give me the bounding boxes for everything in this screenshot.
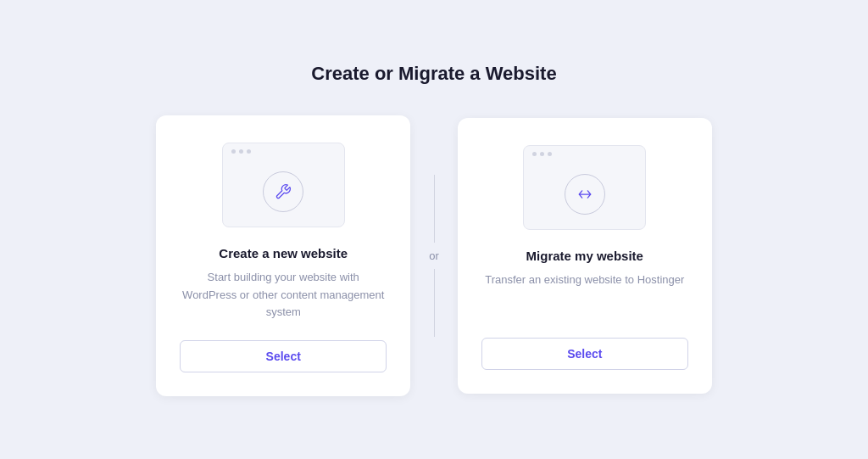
create-card-description: Start building your website with WordPre… xyxy=(180,269,387,322)
or-divider: or xyxy=(410,175,458,337)
browser-dots xyxy=(223,143,344,158)
browser-mock-migrate xyxy=(523,145,646,230)
migrate-website-card: Migrate my website Transfer an existing … xyxy=(458,118,712,394)
browser-dot-2 xyxy=(239,149,243,154)
browser-mock-create xyxy=(222,143,345,227)
create-website-card: Create a new website Start building your… xyxy=(156,115,410,396)
migrate-icon xyxy=(576,186,593,203)
browser-dot-6 xyxy=(548,152,552,156)
browser-dot-3 xyxy=(247,149,251,154)
wrench-icon-circle xyxy=(263,171,303,212)
divider-line-bottom xyxy=(434,269,435,337)
wrench-icon xyxy=(275,183,292,200)
migrate-card-description: Transfer an existing website to Hostinge… xyxy=(485,271,684,319)
divider-line-top xyxy=(434,175,435,243)
browser-content-create xyxy=(223,158,344,227)
browser-dot-4 xyxy=(532,152,537,156)
browser-content-migrate xyxy=(524,160,645,229)
cards-container: Create a new website Start building your… xyxy=(156,115,712,396)
page-wrapper: Create or Migrate a Website Crea xyxy=(0,29,868,430)
migrate-icon-circle xyxy=(565,174,605,215)
create-select-button[interactable]: Select xyxy=(180,340,387,372)
migrate-card-title: Migrate my website xyxy=(526,249,643,263)
migrate-select-button[interactable]: Select xyxy=(481,338,688,370)
create-card-title: Create a new website xyxy=(219,246,348,260)
or-text: or xyxy=(429,243,439,269)
browser-dot-5 xyxy=(540,152,544,156)
browser-dot-1 xyxy=(231,149,236,154)
browser-dots-migrate xyxy=(524,146,645,160)
page-title: Create or Migrate a Website xyxy=(311,63,556,85)
